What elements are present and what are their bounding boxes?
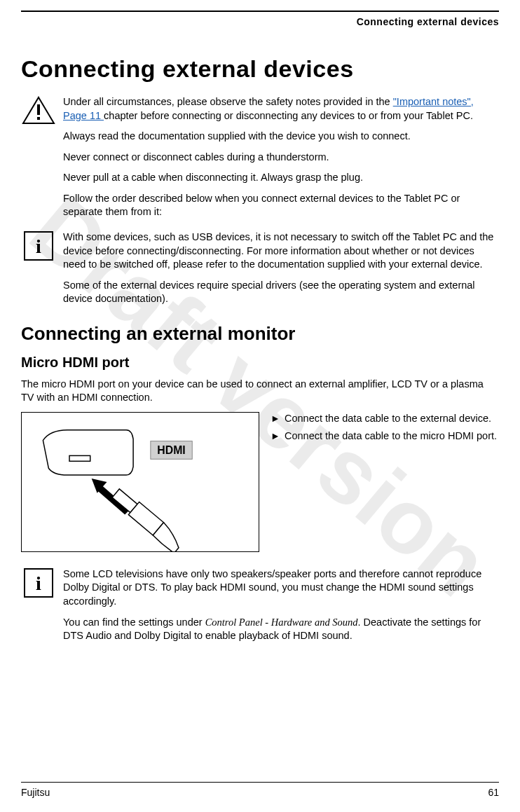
svg-text:i: i [36, 572, 41, 594]
hdmi-label: HDMI [157, 444, 185, 456]
footer-page-number: 61 [488, 787, 499, 798]
svg-rect-0 [37, 104, 40, 115]
warning-p2: Always read the documentation supplied w… [63, 130, 499, 144]
page-footer: Fujitsu 61 [21, 782, 499, 798]
footer-rule [21, 782, 499, 783]
warning-p1-prefix: Under all circumstances, please observe … [63, 96, 393, 107]
hdmi-intro: The micro HDMI port on your device can b… [21, 378, 499, 405]
info2-p1: Some LCD televisions have only two speak… [63, 567, 499, 609]
step-2-text: Connect the data cable to the micro HDMI… [285, 429, 497, 443]
warning-p1: Under all circumstances, please observe … [63, 95, 499, 123]
warning-p5: Follow the order described below when yo… [63, 192, 499, 219]
info2-p2: You can find the settings under Control … [63, 616, 499, 643]
running-header: Connecting external devices [21, 16, 499, 27]
warning-icon [21, 95, 56, 126]
subsection-heading-hdmi: Micro HDMI port [21, 355, 499, 371]
step-2: ► Connect the data cable to the micro HD… [271, 429, 499, 443]
warning-p1-suffix: chapter before connecting or disconnecti… [104, 110, 473, 121]
warning-p3: Never connect or disconnect cables durin… [63, 151, 499, 165]
info1-p1: With some devices, such as USB devices, … [63, 230, 499, 272]
warning-block: Under all circumstances, please observe … [21, 95, 499, 219]
info2-p2a: You can find the settings under [63, 617, 205, 628]
step-marker-icon: ► [271, 412, 285, 425]
info-block-1: i With some devices, such as USB devices… [21, 230, 499, 306]
footer-brand: Fujitsu [21, 787, 50, 798]
section-heading-monitor: Connecting an external monitor [21, 323, 499, 345]
svg-rect-1 [37, 117, 40, 120]
info-icon: i [21, 230, 56, 261]
step-1: ► Connect the data cable to the external… [271, 412, 499, 426]
hdmi-figure: HDMI [21, 412, 259, 552]
info1-p2: Some of the external devices require spe… [63, 279, 499, 306]
info-icon: i [21, 567, 56, 598]
page-title: Connecting external devices [21, 55, 499, 83]
info2-p2-italic: Control Panel - Hardware and Sound [205, 617, 358, 628]
svg-text:i: i [36, 235, 41, 257]
step-marker-icon: ► [271, 429, 285, 443]
warning-p4: Never pull at a cable when disconnecting… [63, 171, 499, 185]
step-1-text: Connect the data cable to the external d… [285, 412, 491, 426]
info-block-2: i Some LCD televisions have only two spe… [21, 567, 499, 643]
top-rule [21, 11, 499, 12]
